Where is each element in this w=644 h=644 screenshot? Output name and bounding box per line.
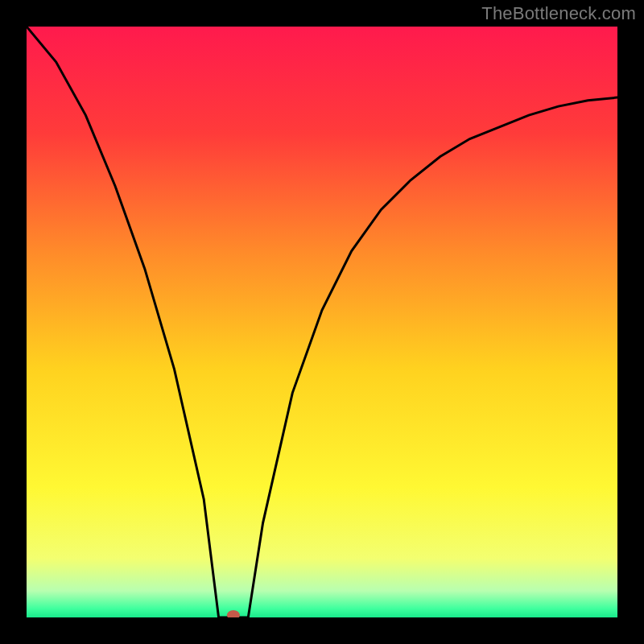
plot-area (27, 27, 617, 617)
chart-svg (27, 27, 617, 617)
chart-root: TheBottleneck.com (0, 0, 644, 644)
watermark-text: TheBottleneck.com (481, 3, 636, 24)
